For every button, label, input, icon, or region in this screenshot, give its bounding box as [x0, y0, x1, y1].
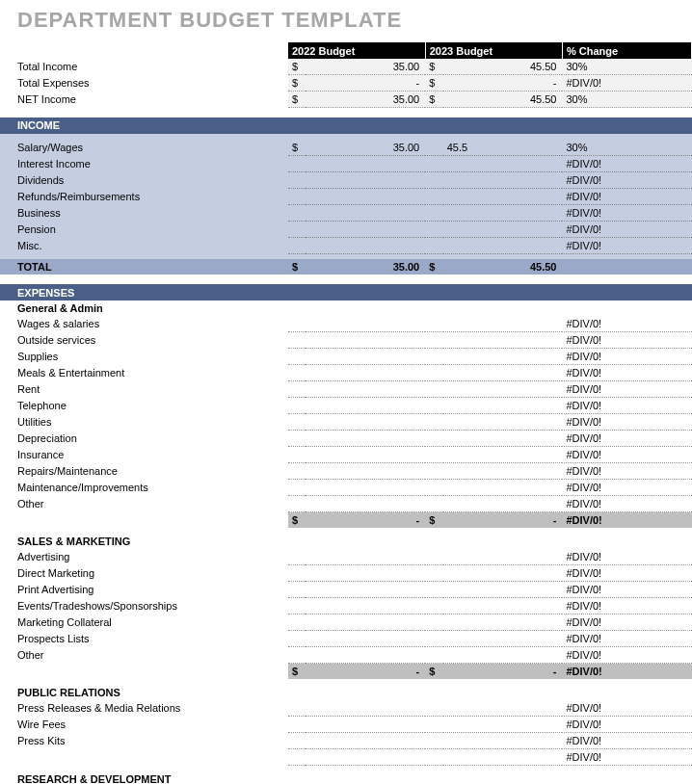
- expense-group-header: PUBLIC RELATIONS: [0, 685, 692, 700]
- expense-subtotal-row: $-$-#DIV/0!: [0, 512, 692, 529]
- income-row: Refunds/Reimbursements#DIV/0!: [0, 188, 692, 204]
- expense-group-header: SALES & MARKETING: [0, 534, 692, 549]
- expense-row: Other#DIV/0!: [0, 496, 692, 512]
- expense-row: Supplies#DIV/0!: [0, 349, 692, 365]
- income-section-bar: INCOME: [0, 118, 692, 134]
- expense-row: Depreciation#DIV/0!: [0, 431, 692, 447]
- income-row: Misc.#DIV/0!: [0, 237, 692, 253]
- summary-row: Total Expenses$-$-#DIV/0!: [0, 75, 692, 91]
- header-2022: 2022 Budget: [288, 42, 425, 59]
- expense-row: Maintenance/Improvements#DIV/0!: [0, 480, 692, 496]
- expense-row: #DIV/0!: [0, 749, 692, 766]
- expenses-section-bar: EXPENSES: [0, 284, 692, 301]
- income-row: Dividends#DIV/0!: [0, 171, 692, 188]
- income-total-row: TOTAL $ 35.00 $ 45.50: [0, 259, 692, 274]
- expense-row: Meals & Entertainment#DIV/0!: [0, 365, 692, 381]
- expense-row: Prospects Lists#DIV/0!: [0, 631, 692, 647]
- expense-group-header: RESEARCH & DEVELOPMENT: [0, 771, 692, 785]
- expense-row: Utilities#DIV/0!: [0, 414, 692, 431]
- expense-row: Advertising#DIV/0!: [0, 549, 692, 565]
- page-title: DEPARTMENT BUDGET TEMPLATE: [0, 0, 692, 42]
- expense-row: Telephone#DIV/0!: [0, 398, 692, 414]
- expense-row: Wire Fees#DIV/0!: [0, 717, 692, 733]
- expense-row: Marketing Collateral#DIV/0!: [0, 614, 692, 631]
- header-2023: 2023 Budget: [425, 42, 562, 59]
- expense-row: Wages & salaries#DIV/0!: [0, 316, 692, 332]
- expense-group-header: General & Admin: [0, 301, 692, 316]
- income-row: Pension#DIV/0!: [0, 221, 692, 237]
- expense-row: Insurance#DIV/0!: [0, 447, 692, 463]
- income-row: Interest Income#DIV/0!: [0, 155, 692, 171]
- header-pct: % Change: [562, 42, 691, 59]
- expense-row: Press Releases & Media Relations#DIV/0!: [0, 700, 692, 717]
- budget-table: 2022 Budget 2023 Budget % Change Total I…: [0, 42, 692, 784]
- expense-row: Direct Marketing#DIV/0!: [0, 565, 692, 582]
- income-row: Business#DIV/0!: [0, 204, 692, 221]
- summary-row: NET Income$35.00$45.5030%: [0, 91, 692, 108]
- expense-row: Outside services#DIV/0!: [0, 332, 692, 349]
- expense-row: Rent#DIV/0!: [0, 381, 692, 398]
- income-row: Salary/Wages$35.0045.530%: [0, 140, 692, 156]
- expense-row: Press Kits#DIV/0!: [0, 733, 692, 749]
- expense-subtotal-row: $-$-#DIV/0!: [0, 664, 692, 680]
- summary-row: Total Income$35.00$45.5030%: [0, 59, 692, 75]
- expense-row: Print Advertising#DIV/0!: [0, 582, 692, 598]
- expense-row: Repairs/Maintenance#DIV/0!: [0, 463, 692, 480]
- header-row: 2022 Budget 2023 Budget % Change: [0, 42, 692, 59]
- expense-row: Other#DIV/0!: [0, 647, 692, 664]
- expense-row: Events/Tradeshows/Sponsorships#DIV/0!: [0, 598, 692, 614]
